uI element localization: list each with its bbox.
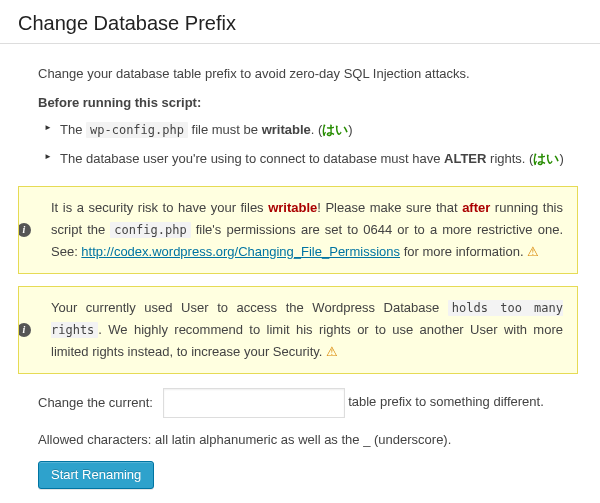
text: ! Please make sure that [317, 200, 462, 215]
text: . ( [311, 122, 323, 137]
strong-alter: ALTER [444, 151, 486, 166]
page-title: Change Database Prefix [0, 0, 600, 43]
text: The database user you're using to connec… [60, 151, 444, 166]
warning-icon: ⚠ [326, 344, 338, 359]
prefix-label-post: table prefix to something different. [348, 395, 544, 410]
start-renaming-button[interactable]: Start Renaming [38, 461, 154, 489]
prefix-input-row: Change the current: table prefix to some… [38, 388, 578, 418]
text: rights. ( [486, 151, 533, 166]
notice-body: Your currently used User to access the W… [33, 297, 563, 363]
check-alter-rights: The database user you're using to connec… [44, 149, 578, 170]
info-icon: i [18, 323, 31, 337]
text: file must be [192, 122, 262, 137]
prefix-label-pre: Change the current: [38, 395, 153, 410]
check-wp-config: The wp-config.php file must be writable.… [44, 120, 578, 141]
text: It is a security risk to have your files [51, 200, 268, 215]
allowed-chars-note: Allowed characters: all latin alphanumer… [38, 432, 578, 447]
link-codex-permissions[interactable]: http://codex.wordpress.org/Changing_File… [81, 244, 400, 259]
notice-body: It is a security risk to have your files… [33, 197, 563, 263]
text: Your currently used User to access the W… [51, 300, 448, 315]
text: The [60, 122, 86, 137]
red-after: after [462, 200, 490, 215]
notice-writable-risk: i It is a security risk to have your fil… [18, 186, 578, 274]
text: ) [348, 122, 352, 137]
info-icon: i [18, 223, 31, 237]
before-running-label: Before running this script: [38, 95, 578, 110]
code-wp-config: wp-config.php [86, 122, 188, 138]
text: for more information. [400, 244, 527, 259]
intro-text: Change your database table prefix to avo… [38, 66, 578, 81]
content: Change your database table prefix to avo… [0, 44, 600, 503]
notice-db-user-rights: i Your currently used User to access the… [18, 286, 578, 374]
warning-icon: ⚠ [527, 244, 539, 259]
red-writable: writable [268, 200, 317, 215]
status-ok: はい [533, 151, 559, 166]
checks-list: The wp-config.php file must be writable.… [38, 120, 578, 170]
code-config-php: config.php [110, 222, 190, 238]
text: . We highly recommend to limit his right… [51, 322, 563, 359]
text: ) [559, 151, 563, 166]
strong-writable: writable [262, 122, 311, 137]
status-ok: はい [322, 122, 348, 137]
prefix-input[interactable] [163, 388, 345, 418]
page: Change Database Prefix Change your datab… [0, 0, 600, 503]
